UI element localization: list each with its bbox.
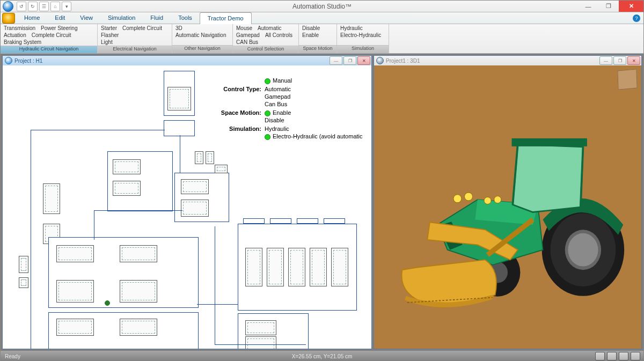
schematic-canvas[interactable]: Manual Control Type: Automatic Gamepad C… [3, 65, 371, 349]
svg-rect-6 [512, 138, 587, 146]
ribbon-group-electrical-nav: StarterComplete Circuit Flasher Light El… [98, 24, 172, 53]
pane-titlebar[interactable]: Project1 : 3D1 — ❐ ✕ [374, 56, 641, 65]
svg-point-5 [568, 233, 598, 267]
control-value[interactable]: Manual [273, 77, 292, 84]
qat-dropdown-icon[interactable]: ▾ [62, 2, 71, 11]
svg-point-8 [465, 193, 473, 201]
workspace: Project : H1 — ❐ ✕ [1, 54, 643, 351]
status-view-icon[interactable] [619, 352, 628, 360]
ribbon-btn[interactable]: CAN Bus [236, 39, 258, 46]
status-dot-icon [265, 110, 270, 116]
ribbon-group-space-motion: Disable Enable Space Motion [299, 24, 337, 53]
view-cube-icon[interactable] [617, 69, 637, 90]
app-logo-icon[interactable] [3, 1, 13, 12]
tab-edit[interactable]: Edit [47, 12, 72, 24]
ribbon-group-title: Electrical Navigation [98, 46, 172, 53]
pane-restore-button[interactable]: ❐ [343, 56, 356, 65]
ribbon-group-other-nav: 3D Automatic Navigation Other Navigation [172, 24, 233, 53]
ribbon-btn[interactable]: Flasher [101, 32, 119, 39]
redo-icon[interactable]: ↻ [28, 2, 38, 11]
ribbon: TransmissionPower Steering ActuationComp… [1, 24, 643, 54]
ribbon-btn[interactable]: Enable [302, 32, 319, 39]
window-title: Automation Studio™ [1, 3, 643, 10]
document-icon [5, 57, 12, 64]
pane-title-text: Project : H1 [14, 58, 42, 64]
ribbon-group-title: Control Selection [233, 46, 298, 53]
control-value[interactable]: Hydraulic [265, 126, 363, 133]
quick-access-toolbar: ↺ ↻ ☰ ⌂ ▾ [17, 2, 71, 11]
pane-3d: Project1 : 3D1 — ❐ ✕ [374, 55, 642, 349]
tab-tractor-demo[interactable]: Tractor Demo [200, 12, 252, 24]
tab-tools[interactable]: Tools [171, 12, 200, 24]
control-value[interactable]: Disable [265, 117, 291, 124]
control-value[interactable]: Enable [273, 109, 291, 116]
maximize-button[interactable]: ❐ [598, 1, 619, 12]
minimize-button[interactable]: — [578, 1, 598, 12]
pane-minimize-button[interactable]: — [330, 56, 342, 65]
ribbon-btn[interactable]: Transmission [4, 25, 35, 32]
ribbon-btn[interactable]: Gamepad [236, 32, 260, 39]
svg-point-10 [494, 196, 501, 203]
ribbon-btn[interactable]: Automatic [258, 25, 281, 32]
status-view-icon[interactable] [595, 352, 605, 360]
status-coords: X=26.55 cm, Y=21.05 cm [292, 353, 353, 359]
control-label: Space Motion: [212, 109, 265, 116]
pane-titlebar[interactable]: Project : H1 — ❐ ✕ [3, 56, 371, 65]
ribbon-btn[interactable]: Hydraulic [340, 25, 363, 32]
ribbon-btn[interactable]: All Controls [265, 32, 292, 39]
document-icon [376, 57, 384, 64]
pane-restore-button[interactable]: ❐ [613, 56, 626, 65]
pane-title-text: Project1 : 3D1 [386, 58, 420, 64]
control-value[interactable]: Automatic [265, 86, 291, 93]
pane-close-button[interactable]: ✕ [627, 56, 640, 65]
control-label: Simulation: [212, 126, 265, 132]
app-window: ↺ ↻ ☰ ⌂ ▾ Automation Studio™ — ❐ ✕ Home … [0, 0, 644, 361]
control-panel-overlay: Manual Control Type: Automatic Gamepad C… [212, 77, 363, 142]
ribbon-btn[interactable]: Actuation [4, 32, 26, 39]
control-label: Control Type: [212, 86, 265, 92]
status-ready: Ready [1, 353, 25, 359]
grid-icon[interactable]: ☰ [39, 2, 49, 11]
home-icon[interactable]: ⌂ [50, 2, 60, 11]
app-menu-icon[interactable] [2, 13, 15, 24]
ribbon-btn[interactable]: 3D [175, 25, 182, 32]
ribbon-group-title: Space Motion [299, 45, 336, 53]
status-view-icon[interactable] [607, 352, 617, 360]
ribbon-btn[interactable]: Electro-Hydraulic [340, 32, 381, 39]
close-button[interactable]: ✕ [619, 1, 643, 12]
3d-viewport[interactable] [374, 65, 641, 349]
ribbon-group-control-selection: MouseAutomatic GamepadAll Controls CAN B… [233, 24, 299, 53]
undo-icon[interactable]: ↺ [17, 2, 26, 11]
ribbon-group-title: Simulation [337, 45, 389, 53]
tab-home[interactable]: Home [17, 12, 47, 24]
ribbon-btn[interactable]: Complete Circuit [32, 32, 71, 39]
tractor-3d-model[interactable] [382, 74, 633, 340]
help-icon[interactable]: ? [633, 14, 640, 22]
menu-tabs: Home Edit View Simulation Fluid Tools Tr… [1, 12, 643, 24]
status-view-icon[interactable] [631, 352, 640, 360]
titlebar: ↺ ↻ ☰ ⌂ ▾ Automation Studio™ — ❐ ✕ [1, 1, 643, 12]
svg-point-9 [484, 197, 491, 204]
svg-point-7 [453, 195, 462, 203]
ribbon-btn[interactable]: Power Steering [41, 25, 77, 32]
ribbon-group-title: Other Navigation [172, 45, 232, 53]
ribbon-btn[interactable]: Automatic Navigation [175, 32, 226, 39]
pane-minimize-button[interactable]: — [599, 56, 612, 65]
ribbon-btn[interactable]: Complete Circuit [122, 25, 162, 32]
tab-fluid[interactable]: Fluid [143, 12, 171, 24]
control-value[interactable]: Electro-Hydraulic (avoid automatic [273, 133, 363, 139]
ribbon-btn[interactable]: Mouse [236, 25, 252, 32]
status-dot-icon [265, 78, 270, 84]
status-dot-icon [265, 134, 270, 140]
ribbon-btn[interactable]: Light [101, 39, 113, 46]
window-controls: — ❐ ✕ [578, 1, 643, 12]
tab-simulation[interactable]: Simulation [100, 12, 143, 24]
ribbon-btn[interactable]: Braking System [4, 39, 41, 46]
control-value[interactable]: Can Bus [265, 101, 291, 108]
pane-close-button[interactable]: ✕ [357, 56, 370, 65]
tab-view[interactable]: View [72, 12, 100, 24]
ribbon-btn[interactable]: Starter [101, 25, 117, 32]
ribbon-btn[interactable]: Disable [302, 25, 320, 32]
pane-schematic: Project : H1 — ❐ ✕ [2, 55, 372, 349]
control-value[interactable]: Gamepad [265, 93, 291, 101]
